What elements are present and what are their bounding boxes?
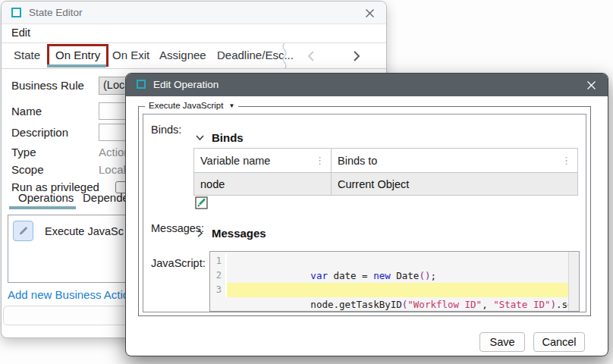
chevron-right-icon xyxy=(195,228,205,238)
torn-edge-decoration xyxy=(281,43,288,72)
menu-bar: Edit xyxy=(2,24,386,43)
tab-strip: State On Entry On Exit Assignee Deadline… xyxy=(2,43,386,69)
add-business-action-link[interactable]: Add new Business Action xyxy=(8,288,135,301)
collapsed-panel xyxy=(3,306,134,325)
edit-operation-dialog: Edit Operation Execute JavaScript ▼ Bind… xyxy=(125,73,608,356)
chevron-down-icon xyxy=(195,133,205,143)
desktop: State Editor Edit State On Entry On Exit… xyxy=(0,0,613,364)
code-token: node.getTaskByID xyxy=(310,299,401,310)
type-label: Type xyxy=(11,146,36,158)
line-number: 2 xyxy=(210,268,227,283)
binds-section-title: Binds xyxy=(212,131,244,144)
tab-on-exit[interactable]: On Exit xyxy=(112,49,149,61)
javascript-row-label: JavaScript: xyxy=(151,257,206,269)
state-editor-titlebar[interactable]: State Editor xyxy=(2,2,386,24)
binds-table: Variable name ⋮ Binds to ⋮ node Current … xyxy=(193,148,578,196)
messages-section-title: Messages xyxy=(212,227,266,240)
column-menu-icon[interactable]: ⋮ xyxy=(561,155,571,165)
scope-label: Scope xyxy=(11,163,44,176)
app-icon xyxy=(11,8,21,17)
column-title: Variable name xyxy=(200,155,270,167)
tab-state[interactable]: State xyxy=(14,49,40,61)
operation-item-label: Execute JavaSc xyxy=(45,225,124,237)
cancel-button[interactable]: Cancel xyxy=(533,332,585,352)
code-token: "Workflow ID" xyxy=(407,299,482,310)
tab-on-entry[interactable]: On Entry xyxy=(47,44,108,67)
save-button[interactable]: Save xyxy=(479,332,525,352)
dialog-icon xyxy=(137,80,146,89)
dialog-title: Edit Operation xyxy=(153,79,218,90)
cell-variable-name[interactable]: node xyxy=(194,172,332,195)
dropdown-caret-icon: ▼ xyxy=(228,102,234,109)
column-title: Binds to xyxy=(338,155,377,167)
binds-table-row[interactable]: node Current Object xyxy=(194,172,577,195)
operation-type-label: Execute JavaScript xyxy=(149,101,223,110)
code-token: , xyxy=(482,299,493,310)
business-rule-label: Business Rule xyxy=(11,79,84,92)
operation-group-box: Execute JavaScript ▼ Binds: Binds Variab… xyxy=(138,106,591,316)
scope-value: Local xyxy=(99,163,126,176)
chevron-right-icon[interactable] xyxy=(349,49,364,64)
edit-operation-titlebar[interactable]: Edit Operation xyxy=(126,74,608,96)
binds-row-label: Binds: xyxy=(151,124,181,136)
operations-list-item[interactable]: Execute JavaSc xyxy=(13,221,124,241)
active-subtab-underline xyxy=(9,206,76,209)
line-number: 1 xyxy=(210,254,227,268)
add-bind-row-button[interactable] xyxy=(195,196,209,210)
cell-binds-to[interactable]: Current Object xyxy=(332,172,577,195)
menu-edit[interactable]: Edit xyxy=(11,27,30,39)
messages-section-header[interactable]: Messages xyxy=(195,227,266,240)
active-tab-underline xyxy=(47,64,106,67)
code-line-2: 2 date.setTime(date.getTime() + 3600000)… xyxy=(210,268,579,283)
subtab-dependencies[interactable]: Depende xyxy=(83,191,129,204)
javascript-code-editor[interactable]: 1 var date = new Date(); 2 date.setTime(… xyxy=(209,251,580,312)
operations-list: Execute JavaSc xyxy=(8,215,138,283)
code-token: ) xyxy=(550,299,556,310)
code-line-1: 1 var date = new Date(); xyxy=(210,254,579,268)
code-token: "State ID" xyxy=(493,299,550,310)
binds-table-header: Variable name ⋮ Binds to ⋮ xyxy=(194,149,577,172)
line-number: 3 xyxy=(210,283,227,297)
name-label: Name xyxy=(11,105,42,118)
subtab-operations[interactable]: Operations xyxy=(18,191,74,204)
dialog-close-icon[interactable] xyxy=(582,77,600,93)
code-editor-scrollbar[interactable] xyxy=(568,252,579,311)
column-header-binds-to[interactable]: Binds to ⋮ xyxy=(332,149,577,172)
binds-section-header[interactable]: Binds xyxy=(195,131,244,144)
code-line-3-highlighted: 3 node.getTaskByID("Workflow ID", "State… xyxy=(210,283,579,297)
column-menu-icon[interactable]: ⋮ xyxy=(315,155,325,165)
operation-type-selector[interactable]: Execute JavaScript ▼ xyxy=(145,101,238,110)
tab-assignee[interactable]: Assignee xyxy=(159,49,206,61)
edit-pencil-icon[interactable] xyxy=(13,221,33,241)
operation-panel: Binds: Binds Variable name ⋮ Binds to ⋮ xyxy=(143,114,586,312)
window-title: State Editor xyxy=(29,7,83,18)
close-icon[interactable] xyxy=(360,5,379,21)
chevron-left-icon[interactable] xyxy=(305,49,320,64)
column-header-variable-name[interactable]: Variable name ⋮ xyxy=(194,149,332,172)
description-label: Description xyxy=(11,126,68,139)
